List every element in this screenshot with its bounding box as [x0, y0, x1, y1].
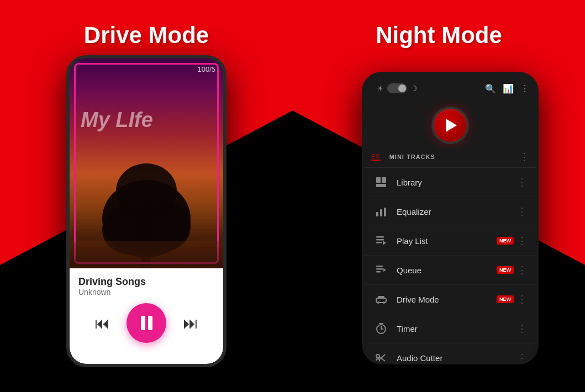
tab-bar: ES MINI TRACKS ⋮ — [365, 149, 536, 168]
fast-forward-button[interactable]: ⏭ — [183, 314, 198, 332]
svg-rect-13 — [376, 242, 382, 243]
svg-rect-9 — [380, 209, 382, 216]
svg-rect-16 — [376, 268, 383, 270]
playback-controls: ⏮ ⏭ — [78, 303, 214, 343]
timer-icon — [373, 321, 389, 336]
library-more[interactable]: ⋮ — [517, 176, 527, 188]
sun-icon: ☀ — [377, 84, 384, 93]
pause-icon — [141, 316, 152, 330]
nav-label-drive-mode: Drive Mode — [397, 295, 497, 304]
drive-mode-phone: 100/5 My LIfe Driving Songs Unknown ⏮ — [66, 55, 226, 367]
song-name: Driving Songs — [78, 276, 214, 288]
day-night-toggle[interactable]: ☀ ☽ — [377, 83, 418, 93]
tab-more-icon[interactable]: ⋮ — [519, 151, 529, 163]
equalizer-nav-icon — [373, 204, 389, 219]
play-icon — [446, 119, 457, 132]
svg-rect-12 — [376, 239, 384, 241]
nav-label-queue: Queue — [397, 266, 497, 275]
night-topbar: ☀ ☽ 🔍 📊 ⋮ — [365, 75, 536, 102]
song-artist: Unknown — [78, 288, 214, 296]
search-icon[interactable]: 🔍 — [485, 83, 496, 94]
rewind-button[interactable]: ⏮ — [94, 314, 110, 332]
svg-marker-18 — [383, 268, 386, 272]
svg-rect-17 — [376, 271, 381, 273]
drive-mode-title-container: Drive Mode — [0, 22, 293, 49]
drive-mode-title: Drive Mode — [84, 22, 209, 49]
svg-point-4 — [116, 163, 177, 219]
queue-more[interactable]: ⋮ — [517, 264, 527, 276]
nav-item-library[interactable]: Library ⋮ — [365, 168, 536, 197]
queue-new-badge: NEW — [497, 266, 514, 274]
nav-label-equalizer: Equalizer — [397, 207, 517, 216]
audio-cutter-icon — [373, 350, 389, 362]
app-container: Drive Mode Night Mode — [0, 0, 585, 392]
song-title-watermark: My LIfe — [81, 108, 153, 132]
nav-item-drive-mode[interactable]: Drive Mode NEW ⋮ — [365, 285, 536, 314]
pause-bar-right — [148, 316, 152, 330]
svg-rect-6 — [382, 177, 386, 183]
song-info: Driving Songs Unknown — [78, 273, 214, 299]
drive-mode-new-badge: NEW — [497, 295, 514, 303]
tab-es[interactable]: ES — [371, 153, 381, 161]
playlist-icon — [373, 233, 389, 248]
toggle-thumb — [398, 84, 406, 92]
night-mode-title-container: Night Mode — [293, 22, 585, 49]
nav-label-audio-cutter: Audio Cutter — [397, 353, 517, 362]
more-options-icon[interactable]: ⋮ — [520, 83, 529, 94]
nav-label-library: Library — [397, 178, 517, 187]
night-mode-title: Night Mode — [376, 22, 502, 49]
night-play-button[interactable] — [431, 107, 469, 144]
nav-item-playlist[interactable]: Play List NEW ⋮ — [365, 226, 536, 256]
drive-mode-more[interactable]: ⋮ — [517, 293, 527, 305]
playlist-more[interactable]: ⋮ — [517, 235, 527, 247]
svg-rect-15 — [376, 266, 383, 267]
queue-icon — [373, 262, 389, 278]
pause-bar-left — [141, 316, 145, 330]
track-count: 100/5 — [197, 65, 215, 73]
drive-mode-icon — [373, 292, 389, 307]
svg-rect-11 — [376, 236, 384, 238]
nav-item-timer[interactable]: Timer ⋮ — [365, 314, 536, 343]
nav-label-playlist: Play List — [397, 236, 497, 246]
player-controls: Driving Songs Unknown ⏮ ⏭ — [70, 268, 223, 364]
nav-item-equalizer[interactable]: Equalizer ⋮ — [365, 197, 536, 226]
svg-rect-7 — [376, 184, 386, 187]
night-mode-phone: ☀ ☽ 🔍 📊 ⋮ — [362, 72, 539, 364]
svg-rect-8 — [376, 212, 378, 216]
nav-drawer: Library ⋮ Equalizer ⋮ — [365, 168, 536, 362]
nav-label-timer: Timer — [397, 324, 517, 333]
moon-icon: ☽ — [410, 84, 418, 93]
equalizer-more[interactable]: ⋮ — [517, 205, 527, 218]
tab-mini-tracks[interactable]: MINI TRACKS — [389, 153, 435, 160]
svg-point-20 — [377, 301, 380, 304]
pause-button[interactable] — [127, 303, 166, 343]
timer-more[interactable]: ⋮ — [517, 322, 527, 335]
svg-rect-5 — [376, 177, 381, 183]
nav-item-queue[interactable]: Queue NEW ⋮ — [365, 256, 536, 285]
svg-marker-14 — [383, 241, 386, 245]
svg-point-21 — [383, 301, 385, 304]
night-play-area — [365, 102, 536, 149]
library-icon — [373, 174, 389, 190]
svg-rect-10 — [384, 208, 386, 216]
equalizer-icon[interactable]: 📊 — [503, 83, 514, 94]
playlist-new-badge: NEW — [497, 237, 514, 245]
toggle-track[interactable] — [387, 83, 407, 93]
album-art: 100/5 My LIfe — [70, 59, 223, 268]
nav-item-audio-cutter[interactable]: Audio Cutter ⋮ — [365, 343, 536, 362]
audio-cutter-more[interactable]: ⋮ — [517, 352, 527, 362]
